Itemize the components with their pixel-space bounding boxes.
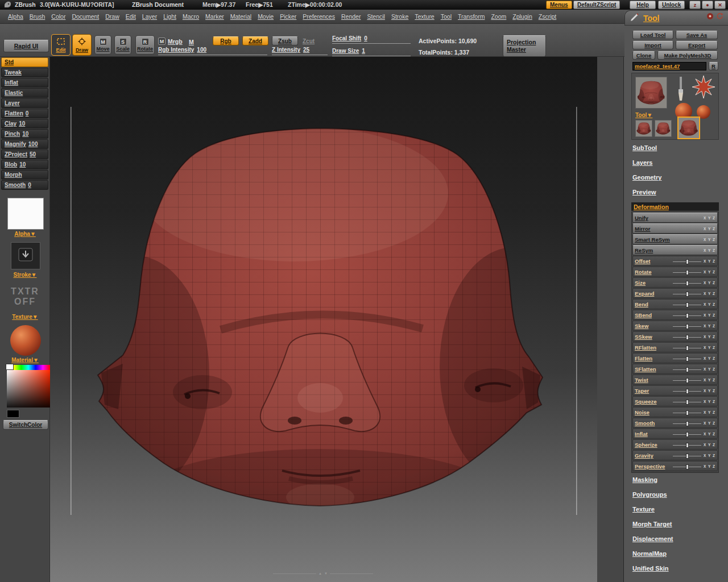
scroll-up-icon[interactable]: ▲ — [318, 572, 322, 575]
deformation-sbend[interactable]: SBendX Y Z — [632, 310, 718, 320]
deformation-inflat[interactable]: InflatX Y Z — [632, 429, 718, 439]
deformation-sflatten[interactable]: SFlattenX Y Z — [632, 364, 718, 374]
deformation-perspective[interactable]: PerspectiveX Y Z — [632, 461, 718, 471]
make-polymesh3d-button[interactable]: Make PolyMesh3D — [657, 51, 718, 60]
menu-picker[interactable]: Picker — [280, 13, 296, 20]
brush-tweak[interactable]: Tweak — [1, 68, 48, 77]
rapid-ui-button[interactable]: Rapid UI — [3, 40, 49, 52]
menu-document[interactable]: Document — [72, 13, 99, 20]
brush-magnify[interactable]: Magnify100 — [1, 139, 48, 149]
brush-flatten[interactable]: Flatten0 — [1, 109, 48, 118]
section-masking[interactable]: Masking — [632, 476, 657, 483]
sculpt-viewport[interactable] — [50, 57, 597, 582]
section-subtool[interactable]: SubTool — [632, 144, 657, 151]
slider-track[interactable] — [673, 413, 701, 413]
brush-zproject[interactable]: ZProject50 — [1, 149, 48, 159]
slider-track[interactable] — [673, 380, 701, 381]
slider-track[interactable] — [673, 337, 701, 338]
brush-elastic[interactable]: Elastic — [1, 88, 48, 98]
slider-track[interactable] — [673, 348, 701, 348]
projection-master-button[interactable]: Projection Master — [503, 35, 546, 57]
slider-handle[interactable] — [686, 302, 689, 307]
zcut-button[interactable]: Zcut — [303, 38, 315, 44]
focal-shift-slider[interactable]: Focal Shift0 — [332, 35, 411, 44]
deformation-mirror[interactable]: MirrorX Y Z — [632, 223, 718, 234]
save-as-button[interactable]: Save As — [676, 31, 718, 39]
brush-std[interactable]: Std — [1, 57, 48, 67]
close-icon[interactable]: ✕ — [714, 1, 726, 9]
deformation-smart-resym[interactable]: Smart ReSymX Y Z — [632, 234, 718, 244]
menu-edit[interactable]: Edit — [126, 13, 136, 20]
deformation-skew[interactable]: SkewX Y Z — [632, 321, 718, 331]
menu-preferences[interactable]: Preferences — [303, 13, 335, 20]
zadd-button[interactable]: Zadd — [242, 36, 268, 45]
menu-alpha[interactable]: Alpha — [8, 13, 23, 20]
z-intensity-slider[interactable]: Z Intensity25 — [272, 47, 328, 55]
slider-track[interactable] — [673, 402, 701, 402]
stroke-selector[interactable]: Stroke▼ — [0, 272, 50, 278]
menu-draw[interactable]: Draw — [105, 13, 119, 20]
texture-selector[interactable]: Texture▼ — [0, 314, 50, 320]
slider-track[interactable] — [673, 261, 701, 262]
document-canvas[interactable]: ▲ ▼ — [50, 57, 597, 582]
section-unified-skin[interactable]: Unified Skin — [632, 565, 669, 572]
slider-handle[interactable] — [686, 259, 689, 264]
deformation-offset[interactable]: OffsetX Y Z — [632, 256, 718, 266]
menu-marker[interactable]: Marker — [205, 13, 224, 20]
canvas-scrollbar[interactable]: ▲ ▼ — [273, 571, 373, 576]
menu-movie[interactable]: Movie — [258, 13, 274, 20]
export-button[interactable]: Export — [676, 41, 718, 49]
slider-track[interactable] — [673, 391, 701, 392]
current-color-swatch[interactable] — [6, 364, 14, 370]
deformation-squeeze[interactable]: SqueezeX Y Z — [632, 396, 718, 406]
move-button[interactable]: M Move — [94, 35, 111, 55]
tool-history-thumbnail-selected[interactable] — [677, 117, 700, 139]
alpha-selector[interactable]: Alpha▼ — [0, 231, 50, 237]
deformation-rflatten[interactable]: RFlattenX Y Z — [632, 342, 718, 352]
menu-transform[interactable]: Transform — [458, 13, 485, 20]
mrgb-button[interactable]: M Mrgb — [158, 38, 183, 45]
slider-track[interactable] — [673, 359, 701, 359]
section-layers[interactable]: Layers — [632, 159, 652, 166]
slider-handle[interactable] — [686, 346, 689, 351]
spin-window-icon[interactable]: ● — [702, 1, 713, 9]
menu-zscript[interactable]: Zscript — [539, 13, 557, 20]
menu-stencil[interactable]: Stencil — [367, 13, 385, 20]
slider-handle[interactable] — [686, 313, 689, 318]
deformation-smooth[interactable]: SmoothX Y Z — [632, 418, 718, 428]
material-selector[interactable]: Material▼ — [0, 357, 50, 363]
deformation-resym[interactable]: ReSymX Y Z — [632, 245, 718, 255]
slider-track[interactable] — [673, 445, 701, 446]
slider-track[interactable] — [673, 283, 701, 284]
simple-brush-icon[interactable] — [674, 76, 688, 104]
tool-history-thumbnail[interactable] — [635, 120, 652, 137]
slider-handle[interactable] — [686, 270, 689, 275]
section-geometry[interactable]: Geometry — [632, 174, 661, 181]
draw-size-slider[interactable]: Draw Size1 — [332, 48, 411, 56]
tool-history-thumbnail[interactable] — [655, 120, 672, 137]
deformation-bend[interactable]: BendX Y Z — [632, 299, 718, 309]
slider-handle[interactable] — [686, 367, 689, 372]
slider-track[interactable] — [673, 434, 701, 435]
saturation-value-picker[interactable] — [7, 370, 50, 408]
menus-button[interactable]: Menus — [546, 1, 572, 9]
section-morph-target[interactable]: Morph Target — [632, 521, 672, 527]
default-zscript-button[interactable]: DefaultZScript — [573, 1, 620, 9]
rgb-button[interactable]: Rgb — [213, 36, 239, 45]
deformation-twist[interactable]: TwistX Y Z — [632, 375, 718, 385]
menu-zplugin[interactable]: Zplugin — [512, 13, 532, 20]
menu-zoom[interactable]: Zoom — [491, 13, 506, 20]
scale-button[interactable]: S Scale — [114, 35, 131, 55]
section-preview[interactable]: Preview — [632, 189, 656, 196]
deformation-unify[interactable]: UnifyX Y Z — [632, 213, 718, 223]
section-displacement[interactable]: Displacement — [632, 535, 673, 542]
slider-handle[interactable] — [686, 356, 689, 361]
menu-material[interactable]: Material — [230, 13, 251, 20]
section-texture[interactable]: Texture — [632, 506, 655, 513]
slider-handle[interactable] — [686, 324, 689, 329]
section-deformation[interactable]: Deformation — [631, 202, 719, 211]
deformation-sskew[interactable]: SSkewX Y Z — [632, 331, 718, 342]
slider-handle[interactable] — [686, 292, 689, 297]
menu-layer[interactable]: Layer — [142, 13, 157, 20]
slider-track[interactable] — [673, 369, 701, 370]
